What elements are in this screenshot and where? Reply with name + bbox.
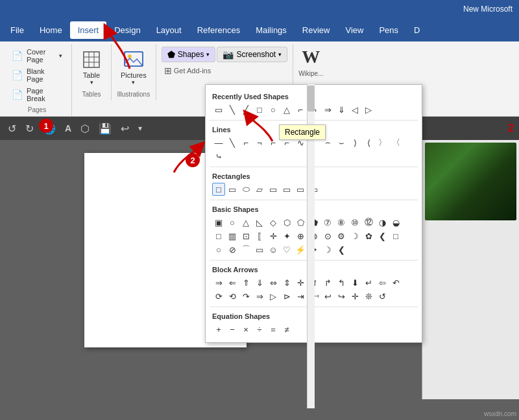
- blank-page-btn[interactable]: 📄 Blank Page: [8, 66, 66, 84]
- shape-cell[interactable]: ⊙: [321, 229, 334, 242]
- shape-cell[interactable]: ❊: [362, 290, 375, 303]
- shape-cell[interactable]: ⟨: [362, 136, 375, 149]
- shape-cell[interactable]: ⊳: [280, 290, 293, 303]
- shape-cell[interactable]: ▷: [362, 103, 375, 116]
- shape-cell[interactable]: ⬡: [280, 216, 293, 229]
- shape-cell[interactable]: ▱: [253, 183, 266, 196]
- shape-cell[interactable]: ⇓: [335, 103, 348, 116]
- menu-view[interactable]: View: [337, 21, 371, 39]
- shape-cell[interactable]: ↱: [321, 276, 334, 289]
- shape-cell[interactable]: ☽: [321, 243, 334, 256]
- shape-cell[interactable]: ▥: [226, 229, 239, 242]
- shape-cell[interactable]: ⇒: [253, 290, 266, 303]
- shape-cell[interactable]: ×: [239, 323, 252, 336]
- text-icon[interactable]: A: [62, 122, 74, 135]
- shape-cell[interactable]: △: [239, 216, 252, 229]
- shape-cell[interactable]: ▭: [267, 183, 280, 196]
- screenshot-btn[interactable]: 📷 Screenshot ▾: [217, 47, 287, 62]
- shape-cell[interactable]: ⟳: [212, 290, 225, 303]
- table-btn[interactable]: Table ▾: [77, 47, 106, 88]
- shape-cell[interactable]: ≠: [280, 323, 293, 336]
- shape-cell[interactable]: ◁: [348, 103, 361, 116]
- shapes-btn[interactable]: ⬟ Shapes ▾: [162, 47, 216, 62]
- shape-cell[interactable]: ⤷: [212, 150, 225, 163]
- shape-cell[interactable]: ⊕: [294, 229, 307, 242]
- wikipedia-btn[interactable]: W: [302, 47, 320, 67]
- menu-mailings[interactable]: Mailings: [248, 21, 295, 39]
- toolbar-arrow[interactable]: ▾: [136, 122, 145, 134]
- shape-cell[interactable]: □: [253, 103, 266, 116]
- shape-cell[interactable]: +: [212, 323, 225, 336]
- shape-cell[interactable]: ⇓: [253, 276, 266, 289]
- shape-cell[interactable]: ↵: [362, 276, 375, 289]
- shape-cell[interactable]: ⇒: [212, 276, 225, 289]
- shape-cell[interactable]: ❮: [335, 243, 348, 256]
- shape-cell[interactable]: △: [280, 103, 293, 116]
- shape-cell[interactable]: ▭: [253, 243, 266, 256]
- shape-cell[interactable]: ↩: [321, 290, 334, 303]
- shape-cell[interactable]: —: [212, 136, 225, 149]
- shape-cell[interactable]: ⌣: [335, 136, 348, 149]
- arrow-left-icon[interactable]: ↩: [118, 121, 132, 136]
- shape-cell[interactable]: ⚙: [335, 229, 348, 242]
- shape-cell[interactable]: =: [267, 323, 280, 336]
- page-break-btn[interactable]: 📄 Page Break: [8, 86, 66, 104]
- shape-cell[interactable]: ⇥: [294, 290, 307, 303]
- shape-cell[interactable]: ⇑: [239, 276, 252, 289]
- save-icon[interactable]: 💾: [96, 121, 114, 136]
- shape-cell[interactable]: ○: [212, 243, 225, 256]
- shape-cell[interactable]: ⑩: [348, 216, 361, 229]
- shape-cell[interactable]: ⬇: [348, 276, 361, 289]
- redo-icon[interactable]: ↻: [23, 121, 36, 136]
- pictures-btn[interactable]: Pictures ▾: [117, 47, 151, 88]
- shape-cell[interactable]: ↪: [335, 290, 348, 303]
- shape-cell[interactable]: ⌐: [294, 103, 307, 116]
- shape-cell[interactable]: ▭: [212, 103, 225, 116]
- shape-cell[interactable]: ☽: [348, 229, 361, 242]
- shape-cell[interactable]: ¬: [253, 136, 266, 149]
- menu-more[interactable]: D: [406, 21, 428, 39]
- shape-cell[interactable]: □: [212, 229, 225, 242]
- shape-cell[interactable]: ⊡: [239, 229, 252, 242]
- shape-cell[interactable]: ⟦: [253, 229, 266, 242]
- shape-cell[interactable]: ÷: [253, 323, 266, 336]
- shape-cell[interactable]: ▣: [212, 216, 225, 229]
- shape-cell[interactable]: ✛: [348, 290, 361, 303]
- shape-cell[interactable]: ⇕: [280, 276, 293, 289]
- shape-cell[interactable]: ✛: [294, 276, 307, 289]
- shape-cell[interactable]: ⇐: [226, 276, 239, 289]
- shape-cell[interactable]: ⌒: [239, 243, 252, 256]
- shape-cell[interactable]: ↷: [239, 290, 252, 303]
- shape-cell[interactable]: ⌐: [239, 136, 252, 149]
- shape-cell[interactable]: ♡: [280, 243, 293, 256]
- shape-cell[interactable]: ╱: [239, 103, 252, 116]
- undo-icon[interactable]: ↺: [5, 121, 19, 136]
- color-icon[interactable]: ⬡: [78, 121, 92, 136]
- shape-cell[interactable]: ❮: [376, 229, 389, 242]
- shape-cell[interactable]: ◑: [376, 216, 389, 229]
- menu-file[interactable]: File: [3, 21, 32, 39]
- menu-home[interactable]: Home: [32, 21, 70, 39]
- shape-cell[interactable]: ▭: [294, 183, 307, 196]
- shape-cell[interactable]: ⑧: [335, 216, 348, 229]
- shape-cell[interactable]: ↶: [389, 276, 402, 289]
- shape-cell[interactable]: ◺: [253, 216, 266, 229]
- menu-insert[interactable]: Insert: [70, 21, 107, 39]
- shape-cell[interactable]: □: [389, 229, 402, 242]
- shape-cell[interactable]: ⑦: [321, 216, 334, 229]
- shape-cell[interactable]: ✦: [280, 229, 293, 242]
- shape-cell[interactable]: ☺: [267, 243, 280, 256]
- shape-cell[interactable]: ▭: [226, 183, 239, 196]
- shape-cell[interactable]: ✛: [267, 229, 280, 242]
- shape-cell[interactable]: ⟩: [348, 136, 361, 149]
- shape-cell[interactable]: ⇒: [321, 103, 334, 116]
- shape-cell[interactable]: ◇: [267, 216, 280, 229]
- menu-review[interactable]: Review: [295, 21, 338, 39]
- shape-cell[interactable]: 〉: [376, 136, 389, 149]
- shape-cell[interactable]: ⌐: [267, 136, 280, 149]
- shape-cell[interactable]: ⇔: [267, 276, 280, 289]
- shape-cell[interactable]: ╲: [226, 103, 239, 116]
- shape-cell[interactable]: ↺: [376, 290, 389, 303]
- shape-cell[interactable]: ○: [267, 103, 280, 116]
- shape-cell[interactable]: ◒: [389, 216, 402, 229]
